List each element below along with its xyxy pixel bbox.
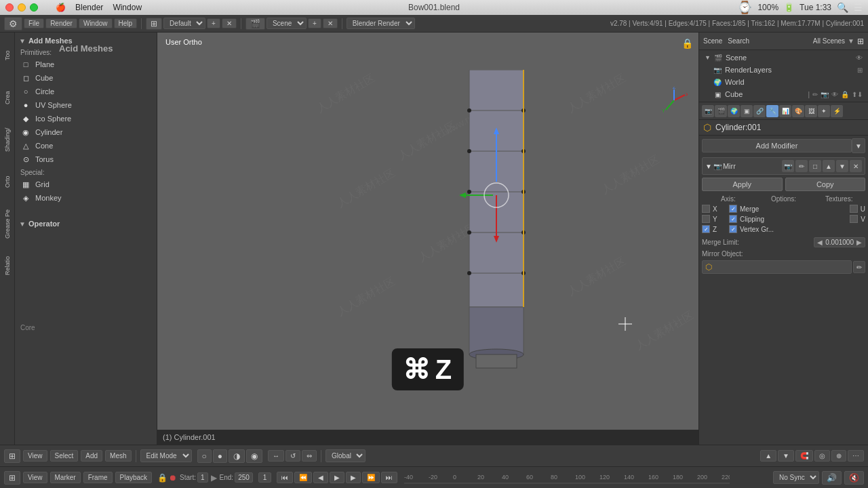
tl-marker-btn[interactable]: Marker (50, 472, 81, 483)
x-checkbox[interactable] (702, 205, 710, 213)
mesh-plane[interactable]: □ Plane (18, 58, 154, 71)
sidebar-relatio[interactable]: Relatio (0, 245, 15, 286)
up-btn[interactable]: ▲ (760, 450, 776, 462)
mod-render-btn[interactable]: 📷 (782, 160, 794, 172)
down-btn[interactable]: ▼ (778, 450, 794, 462)
rp-scene-icon[interactable]: 🎬 (715, 105, 727, 117)
tl-frame-btn[interactable]: Frame (83, 472, 113, 483)
occlude-btn[interactable]: ⊕ (831, 450, 846, 462)
remove-scene[interactable]: ✕ (323, 18, 338, 28)
mod-down-btn[interactable]: ▼ (836, 160, 848, 172)
rp-modifier-icon[interactable]: 🔧 (766, 105, 778, 117)
rp-world-icon[interactable]: 🌍 (728, 105, 740, 117)
rp-constraints-icon[interactable]: 🔗 (753, 105, 766, 117)
sync-select[interactable]: No Sync (773, 471, 819, 484)
tl-playback-btn[interactable]: Playback (115, 472, 153, 483)
rp-material-icon[interactable]: 🎨 (792, 105, 804, 117)
viewport-icon[interactable]: ⊞ (4, 449, 20, 463)
mesh-uvsphere[interactable]: ● UV Sphere (18, 98, 154, 112)
close-button[interactable] (5, 3, 14, 12)
tree-renderlayers[interactable]: 📷 RenderLayers ⊞ (710, 64, 865, 76)
current-frame[interactable]: 1 (258, 472, 272, 483)
proportional-btn[interactable]: ◎ (814, 450, 830, 462)
scenes-arrow[interactable]: ▼ (848, 37, 854, 45)
shading-solid[interactable]: ● (213, 449, 227, 463)
sidebar-create[interactable]: Crea (0, 77, 15, 118)
add-scene[interactable]: + (308, 18, 321, 28)
viewport[interactable]: User Ortho 人人素材社区 人人素材社区 人人素材社区 人人素材社区 人… (157, 33, 698, 445)
start-value[interactable]: 1 (197, 472, 208, 483)
mesh-grid[interactable]: ▦ Grid (18, 178, 154, 191)
cube-eye-icon[interactable]: | (808, 91, 810, 98)
scene-icon[interactable]: 🎬 (245, 18, 265, 30)
rp-data-icon[interactable]: 📊 (779, 105, 791, 117)
add-menu-btn[interactable]: Add (81, 450, 102, 462)
rotate-tool[interactable]: ↺ (285, 450, 300, 462)
merge-limit-left-arrow[interactable]: ◀ (817, 239, 823, 246)
sidebar-shading[interactable]: Shading/ (0, 119, 15, 160)
mirror-object-field[interactable]: ⬡ (702, 260, 852, 274)
end-value[interactable]: 250 (235, 472, 253, 483)
prev-frame-btn[interactable]: ⏪ (294, 472, 312, 483)
next-keyframe-btn[interactable]: ▶ (346, 472, 361, 483)
mod-close-btn[interactable]: ✕ (850, 160, 862, 172)
tl-view-btn[interactable]: View (23, 472, 47, 483)
add-modifier-button[interactable]: Add Modifier (702, 139, 852, 152)
mesh-icosphere[interactable]: ◆ Ico Sphere (18, 112, 154, 125)
tree-scene[interactable]: ▼ 🎬 Scene 👁 (702, 52, 865, 64)
window-menu-btn[interactable]: Window (79, 18, 113, 28)
add-modifier-dropdown[interactable]: ▼ (852, 138, 865, 153)
extra-btn[interactable]: ⋯ (848, 450, 864, 462)
y-checkbox[interactable] (702, 215, 710, 223)
shading-rendered[interactable]: ◉ (246, 449, 262, 463)
audio-btn[interactable]: 🔊 (822, 471, 842, 485)
render-menu[interactable]: Render (45, 18, 77, 28)
maximize-button[interactable] (30, 3, 38, 12)
play-btn[interactable]: ▶ (330, 472, 344, 483)
jump-end-btn[interactable]: ⏭ (381, 472, 397, 483)
renderlayers-btn[interactable]: ⊞ (857, 66, 863, 74)
move-tool[interactable]: ↔ (268, 450, 284, 462)
file-menu[interactable]: File (24, 18, 44, 28)
menu-icon[interactable]: ☰ (854, 2, 863, 13)
sidebar-tools[interactable]: Too (0, 35, 15, 76)
merge-checkbox[interactable] (729, 205, 737, 213)
timeline-icon[interactable]: ⊞ (4, 471, 20, 485)
cube-cam-icon[interactable]: 📷 (821, 91, 829, 98)
cube-lock[interactable]: 🔒 (841, 91, 849, 98)
timeline-numbers[interactable]: -40 -20 0 20 40 60 80 100 120 140 160 18… (404, 467, 770, 488)
all-scenes-select[interactable]: All Scenes (813, 37, 845, 45)
help-menu[interactable]: Help (114, 18, 138, 28)
lock-icon-tl[interactable]: 🔒 (157, 473, 167, 483)
scale-tool[interactable]: ⇔ (302, 450, 317, 462)
view-menu-right[interactable]: Scene (703, 37, 722, 45)
snap-btn[interactable]: 🧲 (795, 450, 813, 462)
view-menu-btn[interactable]: View (23, 450, 47, 462)
remove-screen[interactable]: ✕ (222, 18, 237, 28)
info-editor-btn[interactable]: ⚙ (4, 17, 22, 30)
cube-edit-icon[interactable]: ✏ (812, 91, 818, 98)
cube-arrow-icons[interactable]: ⬆⬇ (852, 91, 863, 98)
lock-icon[interactable]: 🔒 (682, 38, 693, 49)
rp-render-icon[interactable]: 📷 (702, 105, 714, 117)
scene-select[interactable]: Scene (267, 18, 307, 29)
jump-start-btn[interactable]: ⏮ (277, 472, 293, 483)
apple-menu[interactable]: 🍎 (56, 3, 66, 12)
modifier-expand-icon[interactable]: ▼ (705, 163, 712, 170)
layout-select[interactable]: Default (163, 18, 205, 29)
merge-limit-right-arrow[interactable]: ▶ (856, 239, 862, 246)
render-engine-select[interactable]: Blender Render (347, 18, 415, 29)
minimize-button[interactable] (18, 3, 26, 12)
sidebar-ortho[interactable]: Orto (0, 161, 15, 202)
mesh-cube[interactable]: ◻ Cube (18, 71, 154, 85)
rp-physics-icon[interactable]: ⚡ (831, 105, 843, 117)
select-menu-btn[interactable]: Select (50, 450, 79, 462)
mod-cage-btn[interactable]: □ (809, 160, 821, 172)
merge-limit-field[interactable]: ◀ 0.001000 ▶ (814, 237, 865, 247)
scenes-icon[interactable]: ⊞ (857, 37, 864, 46)
mesh-torus[interactable]: ⊙ Torus (18, 152, 154, 166)
rp-object-icon[interactable]: ▣ (741, 105, 753, 117)
rp-texture-icon[interactable]: 🖼 (805, 105, 817, 117)
copy-button[interactable]: Copy (785, 178, 866, 191)
prev-keyframe-btn[interactable]: ◀ (313, 472, 328, 483)
